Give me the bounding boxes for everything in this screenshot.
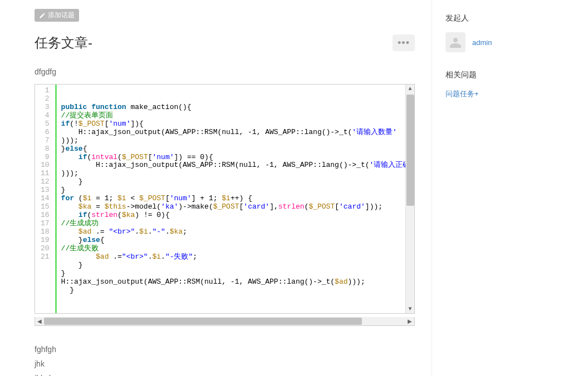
pencil-icon (39, 12, 46, 19)
code-block: 123456789101112131415161718192021 public… (35, 84, 415, 314)
avatar[interactable] (445, 32, 465, 52)
code-line: $ad .= "<br>".$i."-".$ka; (61, 228, 411, 236)
code-line: H::ajax_json_output(AWS_APP::RSM(null, -… (61, 161, 411, 170)
initiator-title: 发起人 (445, 13, 575, 23)
line-number: 9 (41, 154, 53, 162)
add-topic-button[interactable]: 添加话题 (35, 9, 79, 22)
line-number: 7 (41, 137, 53, 145)
code-line: for ($i = 1; $i < $_POST['num'] + 1; $i+… (61, 195, 411, 203)
line-number: 21 (41, 253, 53, 261)
line-number: 17 (41, 220, 53, 228)
line-number: 14 (41, 195, 53, 203)
initiator-name[interactable]: admin (472, 38, 492, 47)
code-line: } (61, 261, 411, 270)
line-number: 10 (41, 161, 53, 170)
code-line: }else{ (61, 236, 411, 245)
code-line: } (61, 286, 411, 295)
user-icon (449, 36, 462, 49)
line-number: 15 (41, 203, 53, 211)
horizontal-scroll-thumb[interactable] (44, 318, 362, 325)
code-line: H::ajax_json_output(AWS_APP::RSM(null, -… (61, 128, 411, 137)
scroll-down-icon[interactable]: ▼ (406, 304, 414, 313)
add-topic-label: 添加话题 (48, 11, 75, 20)
page-title: 任务文章- (35, 34, 92, 52)
code-line: ))); (61, 170, 411, 178)
vertical-scrollbar[interactable]: ▲ ▼ (405, 85, 414, 313)
line-number: 2 (41, 95, 53, 103)
code-line: public function make_action(){ (61, 103, 411, 112)
content-intro: dfgdfg (35, 67, 415, 76)
code-line: if(strlen($ka) != 0){ (61, 211, 411, 220)
related-title: 相关问题 (445, 70, 575, 80)
scroll-left-icon[interactable]: ◀ (35, 317, 44, 325)
code-line: //提交表单页面 (61, 112, 411, 120)
line-number: 12 (41, 178, 53, 186)
code-line: ))); (61, 137, 411, 145)
ellipsis-icon: ••• (398, 37, 410, 49)
line-number: 13 (41, 186, 53, 195)
vertical-scroll-thumb[interactable] (406, 95, 414, 206)
scroll-up-icon[interactable]: ▲ (406, 85, 414, 93)
content-line: jhk (35, 359, 415, 368)
line-number: 16 (41, 211, 53, 220)
code-content: public function make_action(){//提交表单页面if… (57, 85, 414, 313)
code-gutter: 123456789101112131415161718192021 (35, 85, 57, 313)
line-number: 11 (41, 170, 53, 178)
related-link[interactable]: 问题任务+ (445, 89, 575, 99)
line-number: 19 (41, 236, 53, 245)
code-line: H::ajax_json_output(AWS_APP::RSM(null, -… (61, 278, 411, 286)
code-line: //生成失败 (61, 245, 411, 253)
code-line: $ad .="<br>".$i."-失败"; (61, 253, 411, 261)
line-number: 20 (41, 245, 53, 253)
code-line: //生成成功 (61, 220, 411, 228)
line-number: 1 (41, 87, 53, 95)
initiator-row: admin (445, 32, 575, 52)
scroll-right-icon[interactable]: ▶ (405, 317, 414, 325)
line-number: 4 (41, 112, 53, 120)
content-line: fghfgh (35, 345, 415, 354)
code-line: if(intval($_POST['num']) == 0){ (61, 154, 411, 162)
line-number: 6 (41, 128, 53, 137)
code-line: }else{ (61, 145, 411, 154)
code-line: if(!$_POST['num']){ (61, 120, 411, 128)
line-number: 3 (41, 103, 53, 112)
more-button[interactable]: ••• (393, 34, 415, 51)
content-line: jhk<br> (35, 374, 415, 376)
line-number: 8 (41, 145, 53, 154)
horizontal-scrollbar[interactable]: ◀ ▶ (35, 317, 415, 326)
code-line: } (61, 186, 411, 195)
line-number: 18 (41, 228, 53, 236)
code-line: } (61, 270, 411, 278)
code-line: } (61, 178, 411, 186)
line-number: 5 (41, 120, 53, 128)
code-line: $ka = $this->model('ka')->make($_POST['c… (61, 203, 411, 211)
